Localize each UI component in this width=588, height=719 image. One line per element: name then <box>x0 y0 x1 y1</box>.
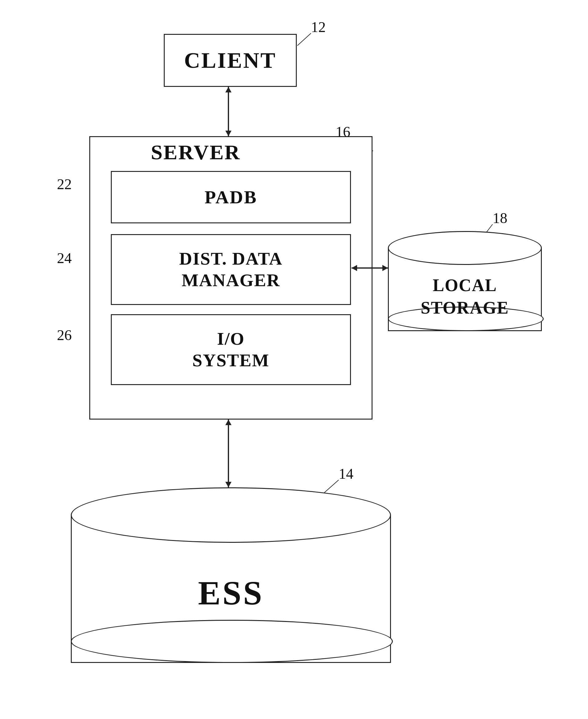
ref-24: 24 <box>57 249 72 266</box>
io-label: I/O SYSTEM <box>192 328 270 371</box>
arrow-server-ess <box>228 420 229 487</box>
local-storage-label: LOCAL STORAGE <box>388 274 542 319</box>
ess-container: ESS <box>71 487 391 684</box>
ref-16: 16 <box>336 123 350 140</box>
client-box: CLIENT <box>164 34 297 87</box>
ref-12: 12 <box>311 19 326 36</box>
ess-bottom <box>71 620 393 663</box>
ddm-label: DIST. DATA MANAGER <box>179 248 282 291</box>
ref-14: 14 <box>339 465 353 482</box>
ref-18: 18 <box>492 209 507 226</box>
client-label: CLIENT <box>184 48 276 73</box>
ref-26: 26 <box>57 326 72 343</box>
ess-label: ESS <box>71 574 391 613</box>
padb-label: PADB <box>205 187 257 208</box>
local-storage-container: LOCAL STORAGE <box>388 231 542 348</box>
arrow-client-server <box>228 87 229 136</box>
diagram: CLIENT 12 SERVER 16 PADB 22 DIST. DATA M… <box>0 0 588 719</box>
ess-top <box>71 487 391 543</box>
arrow-ddm-local-storage <box>352 267 388 268</box>
ddm-box: DIST. DATA MANAGER <box>111 234 351 305</box>
io-box: I/O SYSTEM <box>111 314 351 385</box>
padb-box: PADB <box>111 171 351 223</box>
server-label: SERVER <box>151 140 240 164</box>
svg-line-0 <box>297 33 311 45</box>
local-storage-top <box>388 231 542 265</box>
ref-22: 22 <box>57 176 72 193</box>
